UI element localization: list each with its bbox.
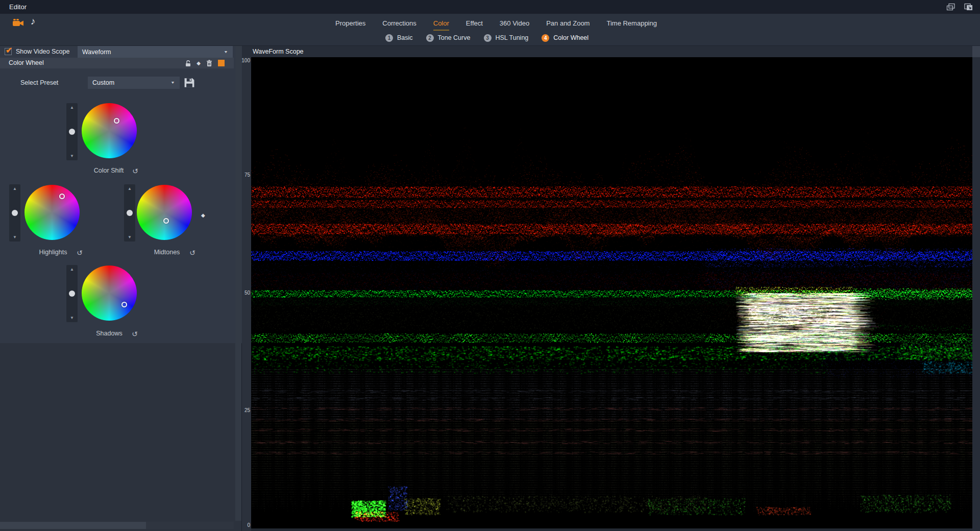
scrollbar-thumb[interactable] <box>0 522 146 529</box>
save-preset-icon[interactable] <box>183 78 195 88</box>
axis-tick-0: 0 <box>247 522 250 528</box>
shadows-luma-slider[interactable]: ▲ ▼ <box>66 265 78 322</box>
slider-up-arrow[interactable]: ▲ <box>66 105 78 110</box>
panel-horizontal-scrollbar[interactable] <box>0 522 234 529</box>
axis-tick-50: 50 <box>244 290 250 296</box>
slider-down-arrow[interactable]: ▼ <box>9 235 20 239</box>
tab-corrections[interactable]: Corrections <box>382 19 416 27</box>
tab-effect[interactable]: Effect <box>466 19 483 27</box>
color-wheel-section-header: Color Wheel ◆ <box>0 58 234 68</box>
keyframe-diamond-icon[interactable]: ◆ <box>197 60 201 66</box>
scope-title: WaveForm Scope <box>253 46 304 57</box>
toolbar: ♪ Properties Corrections Color Effect 36… <box>0 14 980 46</box>
shadows-wheel[interactable] <box>82 266 137 321</box>
color-wheel-panel: Show Video Scope Waveform Color Wheel ◆ <box>0 46 242 531</box>
shadows-label: Shadows <box>96 330 122 337</box>
slider-up-arrow[interactable]: ▲ <box>9 186 20 191</box>
midtones-indicator[interactable] <box>163 218 169 224</box>
midtones-label: Midtones <box>154 249 180 256</box>
step-3-badge: 3 <box>483 34 491 42</box>
highlights-wheel[interactable] <box>24 185 80 240</box>
hue-wheel-disc[interactable] <box>82 266 137 321</box>
filter-color-swatch[interactable] <box>218 60 225 66</box>
slider-up-arrow[interactable]: ▲ <box>124 186 135 191</box>
restore-window-icon[interactable] <box>946 3 955 11</box>
shadows-indicator[interactable] <box>121 302 127 307</box>
step-4-badge: 4 <box>542 34 549 42</box>
subtab-color-wheel[interactable]: 4 Color Wheel <box>542 34 589 42</box>
axis-tick-25: 25 <box>244 407 250 413</box>
window-titlebar: Editor <box>0 0 980 14</box>
midtones-wheel[interactable] <box>137 185 192 240</box>
midtones-reset-icon[interactable]: ↺ <box>189 249 195 256</box>
color-shift-reset-icon[interactable]: ↺ <box>132 167 138 175</box>
scope-body: 100 75 50 25 0 <box>242 57 980 531</box>
tab-360-video[interactable]: 360 Video <box>500 19 529 27</box>
tab-bar: Properties Corrections Color Effect 360 … <box>335 15 657 31</box>
highlights-indicator[interactable] <box>59 194 65 199</box>
slider-up-arrow[interactable]: ▲ <box>66 267 78 272</box>
video-camera-icon[interactable] <box>12 18 24 27</box>
scope-bottom-strip <box>251 528 972 531</box>
subtab-hsl-tuning[interactable]: 3 HSL Tuning <box>483 34 528 42</box>
scope-axis-gutter: 100 75 50 25 0 <box>242 57 251 531</box>
dock-panels-icon[interactable] <box>964 3 973 11</box>
scope-toggle-row: Show Video Scope Waveform <box>0 46 234 58</box>
lock-icon[interactable] <box>185 60 191 67</box>
hue-wheel-disc[interactable] <box>24 185 80 240</box>
midtones-keyframe-icon[interactable]: ◆ <box>201 212 205 218</box>
tab-properties[interactable]: Properties <box>335 19 365 27</box>
slider-thumb[interactable] <box>69 129 75 135</box>
trash-icon[interactable] <box>206 60 212 67</box>
highlights-luma-slider[interactable]: ▲ ▼ <box>9 184 20 242</box>
color-shift-wheel[interactable] <box>82 103 137 158</box>
hue-wheel-disc[interactable] <box>137 185 192 240</box>
preset-dropdown[interactable]: Custom <box>88 77 180 89</box>
scope-header: WaveForm Scope <box>242 46 980 57</box>
waveform-scope-panel: WaveForm Scope 100 75 50 25 0 <box>242 46 980 531</box>
show-video-scope-label: Show Video Scope <box>16 46 69 58</box>
color-shift-indicator[interactable] <box>114 118 119 124</box>
select-preset-label: Select Preset <box>20 77 58 89</box>
waveform-canvas <box>251 57 972 528</box>
scope-type-dropdown[interactable]: Waveform <box>78 46 233 58</box>
show-video-scope-checkbox[interactable] <box>5 48 12 55</box>
tab-pan-and-zoom[interactable]: Pan and Zoom <box>546 19 590 27</box>
slider-thumb[interactable] <box>12 210 18 216</box>
tab-time-remapping[interactable]: Time Remapping <box>606 19 657 27</box>
shadows-reset-icon[interactable]: ↺ <box>132 330 138 337</box>
slider-down-arrow[interactable]: ▼ <box>66 154 78 158</box>
scope-vertical-scrollbar[interactable] <box>972 57 980 531</box>
tab-color[interactable]: Color <box>433 19 449 27</box>
color-shift-label: Color Shift <box>94 167 124 174</box>
step-1-badge: 1 <box>385 34 393 42</box>
slider-thumb[interactable] <box>127 210 133 216</box>
slider-thumb[interactable] <box>69 291 75 297</box>
preset-row: Select Preset Custom <box>0 77 234 89</box>
slider-down-arrow[interactable]: ▼ <box>66 316 78 320</box>
music-note-icon[interactable]: ♪ <box>31 16 36 27</box>
window-title: Editor <box>9 0 27 14</box>
highlights-label: Highlights <box>39 249 67 256</box>
axis-tick-75: 75 <box>244 172 250 178</box>
highlights-reset-icon[interactable]: ↺ <box>77 249 83 256</box>
step-2-badge: 2 <box>426 34 434 42</box>
axis-tick-100: 100 <box>241 58 250 63</box>
panel-vertical-scrollbar[interactable] <box>235 46 241 521</box>
subtab-basic[interactable]: 1 Basic <box>385 34 413 42</box>
subtab-tone-curve[interactable]: 2 Tone Curve <box>426 34 471 42</box>
color-shift-luma-slider[interactable]: ▲ ▼ <box>66 103 78 160</box>
slider-down-arrow[interactable]: ▼ <box>124 235 135 239</box>
section-title: Color Wheel <box>9 58 44 68</box>
scrollbar-corner <box>972 46 980 57</box>
subtab-bar: 1 Basic 2 Tone Curve 3 HSL Tuning 4 Colo… <box>385 31 589 45</box>
hue-wheel-disc[interactable] <box>82 103 137 158</box>
midtones-luma-slider[interactable]: ▲ ▼ <box>124 184 135 242</box>
